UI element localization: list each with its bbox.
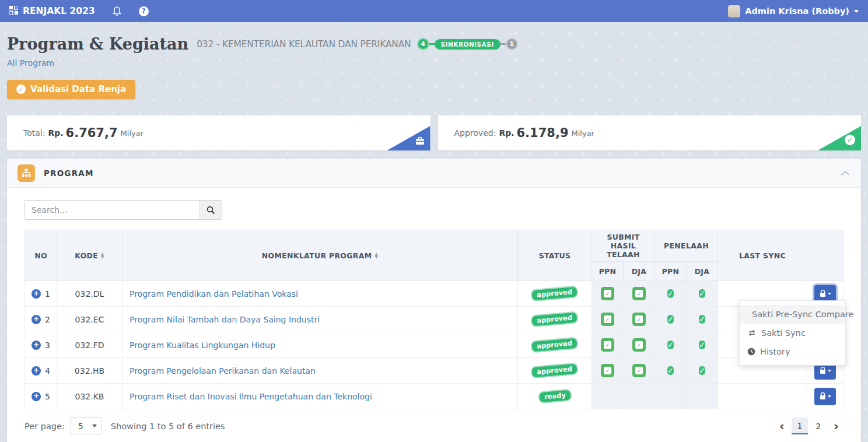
chevron-down-icon	[854, 10, 859, 13]
help-icon[interactable]: ?	[139, 6, 149, 16]
sync-count-badge: 4	[417, 38, 429, 50]
col-penelaah-ppn: PPN	[655, 262, 687, 281]
sync-actions-button[interactable]	[814, 285, 836, 303]
col-status: STATUS	[518, 230, 592, 281]
app-brand[interactable]: RENJAKL 2023	[9, 6, 95, 17]
penelaah-dja-check-icon	[699, 289, 705, 298]
page-title: Program & Kegiatan	[7, 35, 188, 53]
submit-dja-check-icon	[632, 364, 646, 377]
col-kode[interactable]: KODE▲▼	[57, 230, 123, 281]
menu-item-sakti-sync[interactable]: Sakti Sync	[740, 324, 845, 342]
program-link[interactable]: Program Pengelolaan Perikanan dan Kelaut…	[130, 366, 316, 376]
sitemap-icon	[18, 164, 35, 182]
col-last-sync: LAST SYNC	[718, 230, 807, 281]
kode-cell: 032.EC	[57, 307, 123, 332]
penelaah-ppn-check-icon	[667, 341, 674, 349]
approved-stat-card: Approved: Rp. 6.178,9 Milyar ✓	[438, 115, 862, 150]
program-panel: PROGRAM NO KODE▲▼	[7, 159, 861, 442]
approved-label: Approved:	[454, 128, 496, 138]
chevron-up-icon	[840, 170, 850, 176]
submit-dja-check-icon	[632, 287, 646, 300]
lock-icon	[820, 367, 826, 374]
expand-row-icon[interactable]: +	[32, 341, 41, 350]
penelaah-ppn-check-icon	[667, 366, 674, 375]
program-link[interactable]: Program Kualitas Lingkungan Hidup	[130, 341, 275, 350]
submit-dja-check-icon	[632, 313, 646, 326]
table-row: +5 032.KB Program Riset dan Inovasi Ilmu…	[25, 384, 844, 409]
expand-row-icon[interactable]: +	[32, 315, 41, 324]
status-badge: approved	[531, 285, 579, 301]
menu-item-history[interactable]: History	[740, 342, 845, 361]
user-menu[interactable]: Admin Krisna (Robby)	[728, 5, 859, 17]
notifications-bell-icon[interactable]	[113, 6, 121, 16]
col-penelaah-dja: DJA	[687, 262, 718, 281]
total-value: 6.767,7	[66, 126, 118, 140]
col-submit-hasil-telaah: SUBMIT HASIL TELAAH	[592, 230, 655, 262]
per-page-select[interactable]: 5	[71, 418, 102, 434]
submit-ppn-check-icon	[601, 364, 614, 377]
kode-cell: 032.KB	[57, 384, 123, 409]
menu-item-sakti-pre-sync-compare[interactable]: Sakti Pre-Sync Compare	[740, 305, 845, 324]
expand-row-icon[interactable]: +	[32, 289, 41, 299]
table-row: +2 032.EC Program Nilai Tambah dan Daya …	[25, 307, 844, 332]
next-page-button[interactable]: ›	[829, 419, 844, 434]
submit-ppn-check-icon	[601, 287, 614, 300]
kode-cell: 032.DL	[57, 281, 123, 307]
sync-actions-dropdown: Sakti Pre-Sync Compare Sakti Sync Histor…	[739, 300, 846, 366]
search-icon	[206, 206, 215, 215]
top-navbar: RENJAKL 2023 ? Admin Krisna (Robby)	[0, 0, 868, 22]
chevron-down-icon	[92, 425, 97, 427]
expand-row-icon[interactable]: +	[32, 392, 41, 401]
user-avatar	[728, 5, 740, 17]
sort-icon: ▲▼	[374, 253, 378, 259]
penelaah-ppn-check-icon	[667, 315, 674, 324]
all-program-link[interactable]: All Program	[7, 58, 54, 68]
clock-history-icon	[747, 348, 755, 356]
panel-title: PROGRAM	[44, 169, 94, 178]
last-sync-cell	[718, 384, 807, 409]
sort-icon: ▲▼	[101, 253, 104, 259]
col-nomenklatur[interactable]: NOMENKLATUR PROGRAM▲▼	[123, 230, 518, 281]
program-link[interactable]: Program Nilai Tambah dan Daya Saing Indu…	[130, 315, 320, 324]
check-circle-icon: ✓	[845, 135, 855, 145]
pagination: ‹ 1 2 ›	[775, 418, 844, 434]
kode-cell: 032.FD	[57, 332, 123, 358]
penelaah-ppn-check-icon	[667, 289, 674, 298]
page-2-button[interactable]: 2	[810, 418, 827, 434]
col-submit-dja: DJA	[624, 262, 655, 281]
pending-count-badge: 1	[506, 38, 518, 50]
program-table: NO KODE▲▼ NOMENKLATUR PROGRAM▲▼ STATUS S…	[24, 230, 844, 409]
validasi-data-renja-button[interactable]: ✓ Validasi Data Renja	[7, 80, 135, 99]
sync-exchange-icon	[747, 329, 757, 336]
collapse-panel-button[interactable]	[840, 170, 850, 176]
breadcrumb: All Program	[7, 57, 861, 68]
total-stat-card: Total: Rp. 6.767,7 Milyar	[7, 115, 430, 150]
submit-ppn-check-icon	[601, 338, 614, 352]
col-penelaah: PENELAAH	[655, 230, 718, 262]
per-page-label: Per page:	[24, 422, 65, 431]
kode-cell: 032.HB	[57, 358, 123, 384]
approved-corner: ✓	[818, 126, 861, 150]
expand-row-icon[interactable]: +	[32, 366, 41, 376]
briefcase-corner	[387, 126, 430, 150]
approved-value: 6.178,9	[517, 126, 569, 140]
search-button[interactable]	[200, 200, 222, 220]
program-link[interactable]: Program Pendidikan dan Pelatihan Vokasi	[130, 289, 298, 299]
showing-entries-text: Showing 1 to 5 of 6 entries	[111, 422, 225, 431]
prev-page-button[interactable]: ‹	[775, 419, 789, 434]
chevron-down-icon	[828, 293, 831, 295]
status-badge: approved	[531, 362, 579, 378]
sync-actions-button[interactable]	[814, 388, 836, 405]
program-link[interactable]: Program Riset dan Inovasi Ilmu Pengetahu…	[130, 392, 372, 401]
page-subtitle: 032 - KEMENTERIAN KELAUTAN DAN PERIKANAN	[197, 39, 411, 50]
check-circle-icon: ✓	[16, 85, 26, 94]
status-badge: ready	[538, 389, 572, 404]
table-row: +1 032.DL Program Pendidikan dan Pelatih…	[25, 281, 844, 307]
chevron-down-icon	[828, 370, 831, 372]
page-1-button[interactable]: 1	[792, 418, 808, 434]
search-input[interactable]	[24, 200, 200, 220]
total-label: Total:	[23, 128, 45, 138]
col-actions	[807, 230, 844, 281]
submit-ppn-check-icon	[601, 313, 614, 326]
briefcase-icon	[415, 136, 425, 145]
